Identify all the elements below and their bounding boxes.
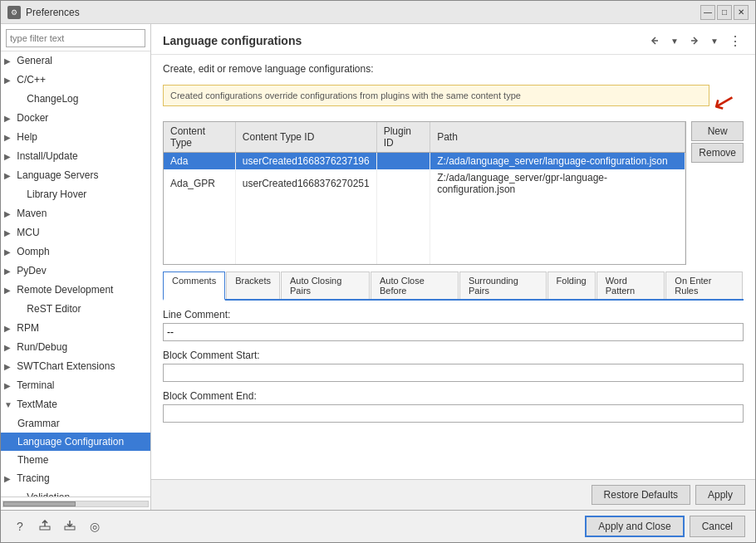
sidebar-item-docker[interactable]: ▶ Docker <box>1 109 150 128</box>
expand-icon: ▶ <box>4 149 14 164</box>
main-body: Create, edit or remove language configur… <box>151 55 755 479</box>
expand-icon: ▶ <box>4 226 14 241</box>
expand-icon: ▶ <box>4 264 14 279</box>
preferences-button[interactable]: ◎ <box>86 517 104 536</box>
table-row[interactable]: Ada userCreated1668376237196 Z:/ada/lang… <box>164 153 685 170</box>
export-icon <box>39 520 51 534</box>
sidebar-item-instalupdate[interactable]: ▶ Install/Update <box>1 147 150 166</box>
cell-path: Z:/ada/language_server/language-configur… <box>430 153 685 170</box>
expand-icon: ▶ <box>4 207 14 222</box>
cancel-button[interactable]: Cancel <box>690 516 745 537</box>
import-button[interactable] <box>61 517 79 536</box>
svg-rect-2 <box>40 526 50 530</box>
config-table-wrapper: Content Type Content Type ID Plugin ID P… <box>163 121 686 265</box>
sidebar-item-resteditor[interactable]: ▶ ReST Editor <box>1 300 150 319</box>
sidebar-item-textmate[interactable]: ▼ TextMate <box>1 395 150 414</box>
tab-onenterrules[interactable]: On Enter Rules <box>665 272 743 299</box>
col-path: Path <box>430 122 685 153</box>
tab-wordpattern[interactable]: Word Pattern <box>596 272 665 299</box>
block-comment-start-input[interactable] <box>163 364 744 382</box>
sidebar-item-changelog[interactable]: ▶ ChangeLog <box>1 90 150 109</box>
sidebar-item-pydev[interactable]: ▶ PyDev <box>1 262 150 281</box>
horizontal-scroll-thumb[interactable] <box>3 501 76 506</box>
sidebar-item-label: Language Servers <box>17 169 98 181</box>
cell-content-type-id: userCreated1668376237196 <box>235 153 376 170</box>
forward-dropdown-button[interactable]: ▼ <box>665 32 684 49</box>
sidebar-item-general[interactable]: ▶ General <box>1 51 150 71</box>
sidebar-item-maven[interactable]: ▶ Maven <box>1 204 150 223</box>
sidebar-item-swtchart[interactable]: ▶ SWTChart Extensions <box>1 357 150 376</box>
sidebar-scrollbar[interactable] <box>1 497 150 510</box>
sidebar-item-langconfig[interactable]: Language Configuration <box>1 433 150 451</box>
table-row-empty-2[interactable] <box>164 214 685 264</box>
forward2-dropdown-button[interactable]: ▼ <box>705 32 724 49</box>
block-comment-end-input[interactable] <box>163 404 744 423</box>
expand-icon: ▶ <box>4 472 14 487</box>
window-body: ▶ General ▶ C/C++ ▶ ChangeLog ▶ Docker ▶ <box>1 24 755 510</box>
expand-icon: ▶ <box>4 245 14 260</box>
maximize-button[interactable]: □ <box>717 5 732 20</box>
apply-button[interactable]: Apply <box>695 485 745 505</box>
line-comment-input[interactable] <box>163 323 744 341</box>
line-comment-label: Line Comment: <box>163 309 744 320</box>
apply-close-button[interactable]: Apply and Close <box>585 516 684 537</box>
sidebar-item-terminal[interactable]: ▶ Terminal <box>1 376 150 395</box>
filter-input[interactable] <box>6 29 145 47</box>
sidebar-item-theme[interactable]: Theme <box>1 451 150 469</box>
expand-icon: ▶ <box>4 111 14 126</box>
tab-autoclosebefore[interactable]: Auto Close Before <box>371 272 459 299</box>
sidebar-item-label: Install/Update <box>17 150 77 162</box>
help-icon: ? <box>17 520 23 533</box>
help-button[interactable]: ? <box>11 517 29 536</box>
sidebar: ▶ General ▶ C/C++ ▶ ChangeLog ▶ Docker ▶ <box>1 24 151 510</box>
tab-surroundingpairs[interactable]: Surrounding Pairs <box>459 272 547 299</box>
horizontal-scroll-track[interactable] <box>2 501 149 507</box>
sidebar-item-libraryhover[interactable]: ▶ Library Hover <box>1 185 150 204</box>
tab-comments[interactable]: Comments <box>163 272 225 301</box>
header-actions: ▼ ▼ ⋮ <box>646 32 744 49</box>
sidebar-item-label: RPM <box>17 322 39 334</box>
expand-icon: ▶ <box>4 283 14 298</box>
sidebar-item-grammar[interactable]: Grammar <box>1 414 150 433</box>
window-controls: — □ ✕ <box>700 5 749 20</box>
sidebar-item-rpm[interactable]: ▶ RPM <box>1 319 150 338</box>
restore-defaults-button[interactable]: Restore Defaults <box>592 485 690 505</box>
back-button[interactable] <box>646 32 664 49</box>
main-content: Language configurations ▼ <box>151 24 755 510</box>
back-icon <box>649 35 660 46</box>
tab-folding[interactable]: Folding <box>547 272 596 299</box>
forward-button[interactable] <box>685 32 704 49</box>
sidebar-item-label: Terminal <box>17 379 54 391</box>
block-comment-start-label: Block Comment Start: <box>163 350 744 361</box>
menu-button[interactable]: ⋮ <box>725 32 744 49</box>
expand-icon: ▶ <box>4 169 14 183</box>
close-button[interactable]: ✕ <box>734 5 749 20</box>
sidebar-item-validation[interactable]: ▶ Validation <box>1 488 150 497</box>
tab-autoclosingpairs[interactable]: Auto Closing Pairs <box>281 272 370 299</box>
export-button[interactable] <box>36 517 54 536</box>
sidebar-item-label: Library Hover <box>27 188 86 200</box>
cell-content-type: Ada_GPR <box>164 169 235 198</box>
title-bar: ⚙ Preferences — □ ✕ <box>1 1 755 24</box>
sidebar-item-oomph[interactable]: ▶ Oomph <box>1 242 150 262</box>
table-row-empty-1[interactable] <box>164 198 685 214</box>
import-icon <box>64 520 76 534</box>
cell-plugin-id <box>376 153 430 170</box>
sidebar-item-tracing[interactable]: ▶ Tracing <box>1 469 150 488</box>
sidebar-item-help[interactable]: ▶ Help <box>1 128 150 147</box>
remove-button[interactable]: Remove <box>691 143 744 163</box>
sidebar-item-cpp[interactable]: ▶ C/C++ <box>1 71 150 90</box>
footer-right: Apply and Close Cancel <box>585 516 745 537</box>
expand-icon: ▶ <box>4 130 14 145</box>
sidebar-item-mcu[interactable]: ▶ MCU <box>1 223 150 242</box>
cell-empty <box>430 214 685 264</box>
sidebar-item-remotedevelopment[interactable]: ▶ Remote Development <box>1 281 150 300</box>
arrow-area: ↙ <box>709 85 744 115</box>
tab-brackets[interactable]: Brackets <box>226 272 280 299</box>
sidebar-item-rundebug[interactable]: ▶ Run/Debug <box>1 338 150 357</box>
sidebar-item-languageservers[interactable]: ▶ Language Servers <box>1 166 150 185</box>
new-button[interactable]: New <box>691 121 744 141</box>
minimize-button[interactable]: — <box>700 5 715 20</box>
form-section: Line Comment: Block Comment Start: Block… <box>163 309 744 423</box>
table-row[interactable]: Ada_GPR userCreated1668376270251 Z:/ada/… <box>164 169 685 198</box>
